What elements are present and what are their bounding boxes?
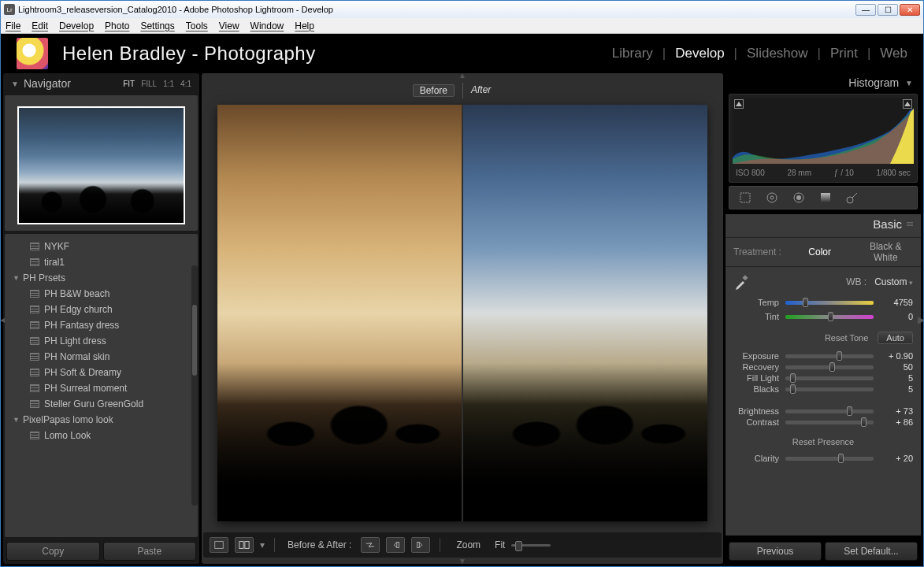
- tint-value[interactable]: 0: [880, 312, 913, 321]
- preset-item[interactable]: PH Soft & Dreamy: [8, 365, 195, 380]
- preset-item[interactable]: tiral1: [8, 254, 195, 270]
- menu-develop[interactable]: Develop: [59, 20, 94, 32]
- module-web[interactable]: Web: [880, 46, 907, 61]
- paste-button[interactable]: Paste: [103, 542, 197, 561]
- module-slideshow[interactable]: Slideshow: [747, 46, 808, 61]
- preset-item[interactable]: Steller Guru GreenGold: [8, 396, 195, 412]
- reset-tone-label[interactable]: Reset Tone: [825, 333, 868, 343]
- preset-item[interactable]: PH Surreal moment: [8, 380, 195, 396]
- menu-tools[interactable]: Tools: [186, 20, 208, 32]
- clarity-slider[interactable]: [785, 457, 874, 461]
- menu-help[interactable]: Help: [295, 20, 314, 32]
- menu-window[interactable]: Window: [250, 20, 284, 32]
- preset-item[interactable]: PH Normal skin: [8, 349, 195, 365]
- navigator-header[interactable]: ▼ Navigator FIT FILL 1:1 4:1: [3, 73, 199, 94]
- preset-icon: [30, 321, 39, 329]
- module-develop[interactable]: Develop: [675, 46, 724, 61]
- menu-photo[interactable]: Photo: [105, 20, 129, 32]
- minimize-button[interactable]: —: [855, 4, 876, 16]
- after-label-wrap: After: [462, 83, 683, 98]
- copy-button[interactable]: Copy: [6, 542, 100, 561]
- compare-view-button[interactable]: [235, 537, 254, 553]
- module-print[interactable]: Print: [830, 46, 858, 61]
- before-after-image[interactable]: [217, 105, 707, 521]
- treatment-color[interactable]: Color: [792, 246, 848, 258]
- fill light-slider[interactable]: [785, 376, 874, 380]
- slider-value[interactable]: 5: [880, 384, 913, 394]
- slider-value[interactable]: + 0.90: [880, 351, 913, 361]
- brightness-slider[interactable]: [785, 410, 874, 413]
- grad-filter-tool[interactable]: [818, 190, 833, 206]
- menu-edit[interactable]: Edit: [32, 20, 48, 32]
- close-button[interactable]: ✕: [900, 4, 920, 16]
- basic-header[interactable]: Basic: [725, 214, 921, 234]
- wb-value[interactable]: Custom: [874, 276, 913, 287]
- app-icon: Lr: [4, 4, 15, 15]
- wb-dropper-icon[interactable]: [733, 273, 751, 291]
- slider-value[interactable]: 50: [880, 362, 913, 372]
- copy-before-button[interactable]: [386, 537, 405, 553]
- svg-point-6: [767, 193, 777, 202]
- auto-tone-button[interactable]: Auto: [878, 332, 913, 344]
- zoom-4-1[interactable]: 4:1: [180, 80, 191, 88]
- redeye-tool[interactable]: [791, 190, 807, 206]
- right-panel-toggle[interactable]: ▶: [917, 310, 923, 329]
- spot-tool[interactable]: [764, 190, 780, 206]
- zoom-fit-label: Fit: [495, 539, 505, 550]
- crop-tool[interactable]: [737, 190, 753, 206]
- svg-rect-1: [239, 542, 243, 549]
- loupe-view-button[interactable]: [210, 537, 228, 553]
- histogram-title: Histogram: [848, 76, 899, 89]
- preset-item[interactable]: Lomo Look: [8, 428, 195, 443]
- histogram-aperture: ƒ / 10: [834, 169, 854, 177]
- shadow-clip-icon[interactable]: [734, 99, 744, 109]
- preset-scrollbar[interactable]: [191, 265, 198, 506]
- recovery-slider[interactable]: [785, 365, 874, 369]
- slider-value[interactable]: + 73: [880, 406, 913, 416]
- clarity-value[interactable]: + 20: [880, 454, 913, 463]
- adjust-brush-tool[interactable]: [844, 190, 860, 206]
- exposure-slider[interactable]: [785, 354, 874, 358]
- preset-item[interactable]: PH Fantasy dress: [8, 317, 195, 333]
- menu-view[interactable]: View: [219, 20, 239, 32]
- zoom-slider[interactable]: [511, 544, 551, 547]
- preset-folder[interactable]: ▼PixelPapas lomo look: [8, 412, 195, 428]
- copy-after-button[interactable]: [411, 537, 430, 553]
- slider-value[interactable]: + 86: [880, 417, 913, 427]
- treatment-bw[interactable]: Black & White: [858, 241, 913, 263]
- identity-plate: Helen Bradley - Photography Library| Dev…: [1, 34, 923, 73]
- set-default-button[interactable]: Set Default...: [825, 542, 918, 561]
- before-label-wrap: Before: [242, 83, 462, 98]
- menu-settings[interactable]: Settings: [140, 20, 174, 32]
- preset-item[interactable]: PH Light dress: [8, 333, 195, 349]
- module-library[interactable]: Library: [612, 46, 653, 61]
- temp-value[interactable]: 4759: [880, 298, 913, 307]
- swap-ba-button[interactable]: [361, 537, 380, 553]
- top-panel-toggle[interactable]: ▲: [202, 73, 723, 80]
- svg-rect-0: [215, 542, 224, 549]
- contrast-slider[interactable]: [785, 421, 874, 424]
- zoom-1-1[interactable]: 1:1: [163, 80, 174, 88]
- histogram-header[interactable]: Histogram ▼: [725, 73, 921, 92]
- preset-item[interactable]: PH B&W beach: [8, 286, 195, 302]
- preset-folder[interactable]: ▼PH Prsets: [8, 270, 195, 286]
- treatment-row: Treatment : Color Black & White: [725, 237, 921, 267]
- highlight-clip-icon[interactable]: [903, 99, 912, 109]
- reset-presence-label[interactable]: Reset Presence: [792, 437, 854, 447]
- temp-slider[interactable]: [785, 301, 874, 305]
- zoom-fit[interactable]: FIT: [123, 80, 135, 88]
- previous-button[interactable]: Previous: [729, 542, 822, 561]
- maximize-button[interactable]: ☐: [878, 4, 898, 16]
- menu-file[interactable]: File: [6, 20, 20, 32]
- slider-label: Contrast: [733, 417, 779, 427]
- after-label: After: [471, 84, 491, 95]
- bottom-panel-toggle[interactable]: ▼: [202, 559, 723, 564]
- tint-slider[interactable]: [785, 315, 874, 319]
- preset-item[interactable]: PH Edgy church: [8, 302, 195, 317]
- zoom-fill[interactable]: FILL: [141, 80, 157, 88]
- blacks-slider[interactable]: [785, 387, 874, 391]
- navigator-thumbnail[interactable]: [17, 106, 185, 224]
- preset-item[interactable]: NYKF: [8, 239, 195, 254]
- slider-value[interactable]: 5: [880, 373, 913, 383]
- histogram[interactable]: [733, 98, 914, 164]
